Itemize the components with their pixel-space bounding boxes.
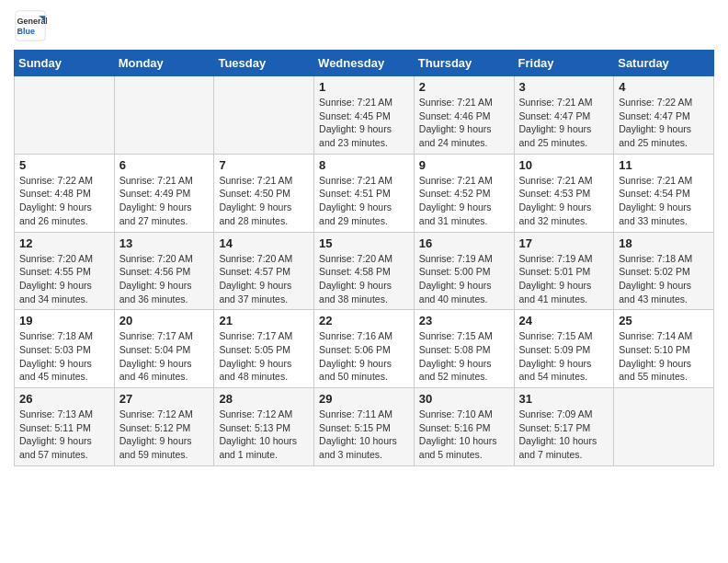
day-number: 23	[419, 314, 509, 327]
calendar-cell: 5Sunrise: 7:22 AM Sunset: 4:48 PM Daylig…	[15, 154, 115, 232]
calendar-cell: 12Sunrise: 7:20 AM Sunset: 4:55 PM Dayli…	[15, 232, 115, 310]
day-info: Sunrise: 7:12 AM Sunset: 5:12 PM Dayligh…	[119, 408, 210, 462]
weekday-header-thursday: Thursday	[414, 51, 514, 76]
calendar-cell: 9Sunrise: 7:21 AM Sunset: 4:52 PM Daylig…	[414, 154, 514, 232]
day-number: 25	[619, 314, 709, 327]
calendar-cell	[15, 76, 115, 155]
calendar-cell: 24Sunrise: 7:15 AM Sunset: 5:09 PM Dayli…	[514, 310, 614, 388]
calendar-cell: 30Sunrise: 7:10 AM Sunset: 5:16 PM Dayli…	[414, 388, 514, 466]
logo-icon: General Blue	[14, 9, 47, 42]
day-info: Sunrise: 7:19 AM Sunset: 5:00 PM Dayligh…	[419, 252, 509, 306]
calendar-cell: 3Sunrise: 7:21 AM Sunset: 4:47 PM Daylig…	[514, 76, 614, 155]
calendar-table: SundayMondayTuesdayWednesdayThursdayFrid…	[14, 50, 714, 466]
day-number: 10	[519, 158, 609, 172]
calendar-cell: 16Sunrise: 7:19 AM Sunset: 5:00 PM Dayli…	[414, 232, 514, 310]
day-number: 6	[119, 158, 210, 172]
day-info: Sunrise: 7:16 AM Sunset: 5:06 PM Dayligh…	[319, 329, 409, 384]
day-number: 17	[519, 236, 609, 250]
day-number: 21	[219, 314, 309, 327]
day-info: Sunrise: 7:21 AM Sunset: 4:50 PM Dayligh…	[219, 174, 309, 228]
calendar-cell: 25Sunrise: 7:14 AM Sunset: 5:10 PM Dayli…	[614, 310, 714, 388]
weekday-header-tuesday: Tuesday	[214, 51, 314, 76]
day-info: Sunrise: 7:21 AM Sunset: 4:52 PM Dayligh…	[419, 174, 509, 228]
calendar-cell: 23Sunrise: 7:15 AM Sunset: 5:08 PM Dayli…	[414, 310, 514, 388]
day-number: 30	[419, 392, 509, 406]
calendar-cell: 6Sunrise: 7:21 AM Sunset: 4:49 PM Daylig…	[114, 154, 214, 232]
day-number: 31	[519, 392, 609, 406]
weekday-header-saturday: Saturday	[614, 51, 714, 76]
day-number: 3	[519, 80, 609, 94]
calendar-cell: 4Sunrise: 7:22 AM Sunset: 4:47 PM Daylig…	[614, 76, 714, 155]
day-info: Sunrise: 7:19 AM Sunset: 5:01 PM Dayligh…	[519, 252, 609, 306]
day-number: 2	[419, 80, 509, 94]
day-number: 11	[619, 158, 709, 172]
day-number: 18	[619, 236, 709, 250]
day-number: 29	[319, 392, 409, 406]
calendar-week-row: 19Sunrise: 7:18 AM Sunset: 5:03 PM Dayli…	[15, 310, 714, 388]
svg-text:Blue: Blue	[17, 27, 36, 36]
weekday-header-friday: Friday	[514, 51, 614, 76]
day-number: 7	[219, 158, 309, 172]
calendar-cell: 8Sunrise: 7:21 AM Sunset: 4:51 PM Daylig…	[314, 154, 415, 232]
weekday-header-monday: Monday	[114, 51, 214, 76]
calendar-cell: 2Sunrise: 7:21 AM Sunset: 4:46 PM Daylig…	[414, 76, 514, 155]
day-info: Sunrise: 7:20 AM Sunset: 4:56 PM Dayligh…	[119, 252, 210, 306]
day-number: 24	[519, 314, 609, 327]
calendar-cell: 10Sunrise: 7:21 AM Sunset: 4:53 PM Dayli…	[514, 154, 614, 232]
day-number: 8	[319, 158, 409, 172]
logo: General Blue	[14, 9, 51, 42]
day-info: Sunrise: 7:21 AM Sunset: 4:53 PM Dayligh…	[519, 174, 609, 228]
calendar-cell: 1Sunrise: 7:21 AM Sunset: 4:45 PM Daylig…	[314, 76, 415, 155]
day-info: Sunrise: 7:13 AM Sunset: 5:11 PM Dayligh…	[19, 408, 109, 462]
calendar-cell: 29Sunrise: 7:11 AM Sunset: 5:15 PM Dayli…	[314, 388, 415, 466]
page: General Blue SundayMondayTuesdayWednesda…	[0, 0, 728, 480]
day-number: 5	[19, 158, 109, 172]
day-info: Sunrise: 7:22 AM Sunset: 4:47 PM Dayligh…	[619, 96, 709, 150]
calendar-week-row: 5Sunrise: 7:22 AM Sunset: 4:48 PM Daylig…	[15, 154, 714, 232]
day-info: Sunrise: 7:12 AM Sunset: 5:13 PM Dayligh…	[219, 408, 309, 462]
calendar-cell: 11Sunrise: 7:21 AM Sunset: 4:54 PM Dayli…	[614, 154, 714, 232]
calendar-week-row: 1Sunrise: 7:21 AM Sunset: 4:45 PM Daylig…	[15, 76, 714, 155]
day-number: 1	[319, 80, 409, 94]
calendar-header-row: SundayMondayTuesdayWednesdayThursdayFrid…	[15, 51, 714, 76]
day-number: 27	[119, 392, 210, 406]
calendar-cell: 14Sunrise: 7:20 AM Sunset: 4:57 PM Dayli…	[214, 232, 314, 310]
day-info: Sunrise: 7:10 AM Sunset: 5:16 PM Dayligh…	[419, 408, 509, 462]
day-number: 15	[319, 236, 409, 250]
day-info: Sunrise: 7:18 AM Sunset: 5:03 PM Dayligh…	[19, 329, 109, 384]
day-info: Sunrise: 7:21 AM Sunset: 4:49 PM Dayligh…	[119, 174, 210, 228]
day-number: 19	[19, 314, 109, 327]
day-info: Sunrise: 7:22 AM Sunset: 4:48 PM Dayligh…	[19, 174, 109, 228]
calendar-cell: 13Sunrise: 7:20 AM Sunset: 4:56 PM Dayli…	[114, 232, 214, 310]
day-info: Sunrise: 7:21 AM Sunset: 4:45 PM Dayligh…	[319, 96, 409, 150]
calendar-cell: 17Sunrise: 7:19 AM Sunset: 5:01 PM Dayli…	[514, 232, 614, 310]
day-info: Sunrise: 7:14 AM Sunset: 5:10 PM Dayligh…	[619, 329, 709, 384]
calendar-cell: 28Sunrise: 7:12 AM Sunset: 5:13 PM Dayli…	[214, 388, 314, 466]
header: General Blue	[14, 9, 714, 42]
day-number: 26	[19, 392, 109, 406]
day-number: 12	[19, 236, 109, 250]
day-number: 13	[119, 236, 210, 250]
day-info: Sunrise: 7:20 AM Sunset: 4:55 PM Dayligh…	[19, 252, 109, 306]
day-info: Sunrise: 7:20 AM Sunset: 4:57 PM Dayligh…	[219, 252, 309, 306]
day-info: Sunrise: 7:21 AM Sunset: 4:47 PM Dayligh…	[519, 96, 609, 150]
day-info: Sunrise: 7:09 AM Sunset: 5:17 PM Dayligh…	[519, 408, 609, 462]
weekday-header-sunday: Sunday	[15, 51, 115, 76]
day-info: Sunrise: 7:15 AM Sunset: 5:09 PM Dayligh…	[519, 329, 609, 384]
day-info: Sunrise: 7:17 AM Sunset: 5:05 PM Dayligh…	[219, 329, 309, 384]
calendar-cell: 27Sunrise: 7:12 AM Sunset: 5:12 PM Dayli…	[114, 388, 214, 466]
calendar-cell: 7Sunrise: 7:21 AM Sunset: 4:50 PM Daylig…	[214, 154, 314, 232]
day-number: 16	[419, 236, 509, 250]
calendar-cell	[614, 388, 714, 466]
day-number: 4	[619, 80, 709, 94]
day-info: Sunrise: 7:11 AM Sunset: 5:15 PM Dayligh…	[319, 408, 409, 462]
day-number: 22	[319, 314, 409, 327]
calendar-cell	[214, 76, 314, 155]
day-number: 20	[119, 314, 210, 327]
day-info: Sunrise: 7:15 AM Sunset: 5:08 PM Dayligh…	[419, 329, 509, 384]
weekday-header-wednesday: Wednesday	[314, 51, 415, 76]
day-number: 28	[219, 392, 309, 406]
calendar-cell: 31Sunrise: 7:09 AM Sunset: 5:17 PM Dayli…	[514, 388, 614, 466]
day-info: Sunrise: 7:21 AM Sunset: 4:54 PM Dayligh…	[619, 174, 709, 228]
day-info: Sunrise: 7:17 AM Sunset: 5:04 PM Dayligh…	[119, 329, 210, 384]
